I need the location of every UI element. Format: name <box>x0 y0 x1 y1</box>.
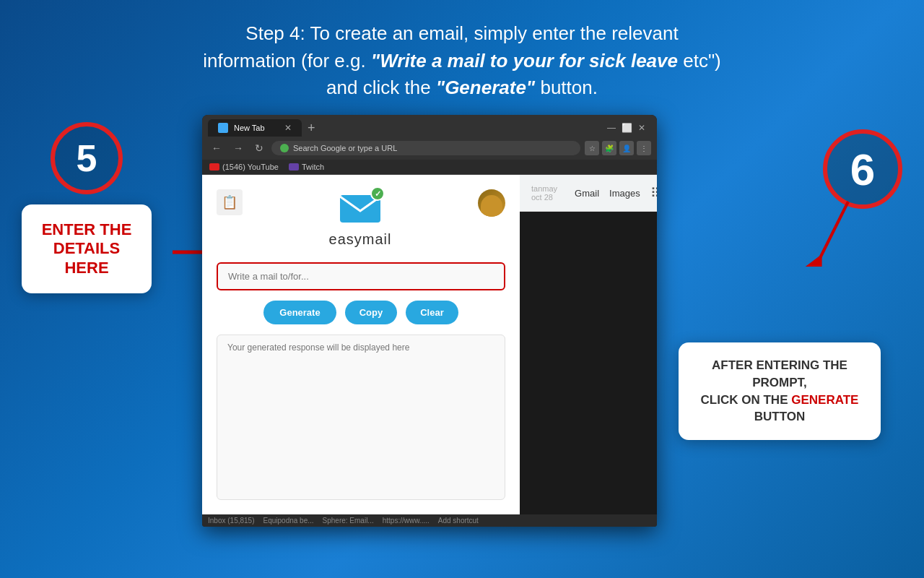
avatar-figure <box>481 195 502 217</box>
youtube-label: (1546) YouTube <box>222 163 279 171</box>
google-body <box>520 212 657 514</box>
address-text: Search Google or type a URL <box>293 144 397 152</box>
close-window-button[interactable]: ✕ <box>638 123 645 133</box>
address-bar[interactable]: Search Google or type a URL <box>271 141 580 155</box>
after-entering-box: AFTER ENTERING THE PROMPT, CLICK ON THE … <box>679 342 881 440</box>
browser-tab-active[interactable]: New Tab ✕ <box>208 119 302 137</box>
window-controls: — ⬜ ✕ <box>607 123 651 133</box>
ext-header: 📋 ✓ easymail <box>217 189 505 248</box>
response-textarea[interactable] <box>217 335 505 500</box>
right-panel: 6 AFTER ENTERING THE PROMPT, CLICK ON TH… <box>823 129 902 267</box>
instruction-text: Step 4: To create an email, simply enter… <box>0 0 924 115</box>
status-sphere[interactable]: Sphere: Email... <box>323 517 374 525</box>
browser-window: New Tab ✕ + — ⬜ ✕ ← → ↻ <box>202 115 657 527</box>
main-content: 5 ENTER THE DETAILS HERE <box>0 115 924 527</box>
bookmark-icon[interactable]: ☆ <box>585 141 599 155</box>
images-link[interactable]: Images <box>609 188 640 199</box>
browser-content: 📋 ✓ easymail <box>202 175 657 514</box>
minimize-button[interactable]: — <box>607 123 616 133</box>
browser-toolbar: ← → ↻ Search Google or type a URL ☆ 🧩 👤 … <box>202 137 657 160</box>
enter-details-box: ENTER THE DETAILS HERE <box>22 204 152 293</box>
instruction-line1: Step 4: To create an email, simply enter… <box>58 20 866 48</box>
tabs-area: New Tab ✕ + <box>208 119 607 137</box>
menu-icon[interactable]: ⋮ <box>637 141 651 155</box>
new-tab-button[interactable]: + <box>302 121 321 136</box>
copy-button[interactable]: Copy <box>345 301 398 324</box>
mail-prompt-input[interactable] <box>217 262 505 290</box>
google-header: tanmay oct 28 Gmail Images ⠿ <box>520 175 657 212</box>
after-entering-text: AFTER ENTERING THE PROMPT, CLICK ON THE … <box>696 357 863 426</box>
twitch-icon <box>289 163 299 171</box>
bookmark-twitch[interactable]: Twitch <box>289 163 324 171</box>
youtube-icon <box>209 163 219 171</box>
generate-button[interactable]: Generate <box>263 301 336 324</box>
curved-arrow-svg <box>790 194 877 267</box>
status-url[interactable]: https://www..... <box>383 517 430 525</box>
enter-details-label: ENTER THE DETAILS HERE <box>35 220 139 277</box>
gmail-link[interactable]: Gmail <box>575 188 599 199</box>
status-inbox[interactable]: Inbox (15,815) <box>208 517 255 525</box>
bookmark-youtube[interactable]: (1546) YouTube <box>209 163 279 171</box>
step5-circle: 5 <box>51 122 123 194</box>
status-equipo[interactable]: Equipodna be... <box>263 517 314 525</box>
check-badge: ✓ <box>370 186 385 201</box>
restore-button[interactable]: ⬜ <box>622 123 632 133</box>
extension-puzzle-icon[interactable]: 🧩 <box>602 141 616 155</box>
instruction-line2: information (for e.g. "Write a mail to y… <box>58 48 866 75</box>
bookmarks-bar: (1546) YouTube Twitch <box>202 160 657 175</box>
ext-app-title: easymail <box>243 231 478 248</box>
user-avatar[interactable] <box>478 189 505 217</box>
extension-popup: 📋 ✓ easymail <box>202 175 520 514</box>
tab-title: New Tab <box>234 124 265 132</box>
clear-button[interactable]: Clear <box>406 301 458 324</box>
paste-icon[interactable]: 📋 <box>217 189 243 215</box>
refresh-button[interactable]: ↻ <box>251 141 267 155</box>
browser-container: New Tab ✕ + — ⬜ ✕ ← → ↻ <box>202 115 808 527</box>
forward-button[interactable]: → <box>230 141 247 155</box>
ext-buttons: Generate Copy Clear <box>263 301 458 324</box>
tab-favicon <box>218 123 228 133</box>
twitch-label: Twitch <box>302 163 324 171</box>
toolbar-icons: ☆ 🧩 👤 ⋮ <box>585 141 651 155</box>
ext-input-row <box>217 262 505 290</box>
browser-chrome: New Tab ✕ + — ⬜ ✕ <box>202 115 657 137</box>
browser-status-bar: Inbox (15,815) Equipodna be... Sphere: E… <box>202 514 657 527</box>
user-profile-icon[interactable]: 👤 <box>619 141 634 155</box>
apps-grid-icon[interactable]: ⠿ <box>650 185 657 201</box>
instruction-line3: and click the "Generate" button. <box>58 74 866 102</box>
tab-info: tanmay oct 28 <box>531 184 565 202</box>
ext-logo-area: ✓ easymail <box>243 189 478 248</box>
back-button[interactable]: ← <box>208 141 225 155</box>
browser-topbar: New Tab ✕ + — ⬜ ✕ <box>208 119 651 137</box>
step5-container: 5 ENTER THE DETAILS HERE <box>22 122 152 293</box>
google-new-tab: tanmay oct 28 Gmail Images ⠿ <box>520 175 657 514</box>
site-favicon <box>280 144 289 152</box>
email-icon-container: ✓ <box>339 189 382 228</box>
status-add-shortcut[interactable]: Add shortcut <box>438 517 479 525</box>
tab-close-button[interactable]: ✕ <box>284 123 292 133</box>
